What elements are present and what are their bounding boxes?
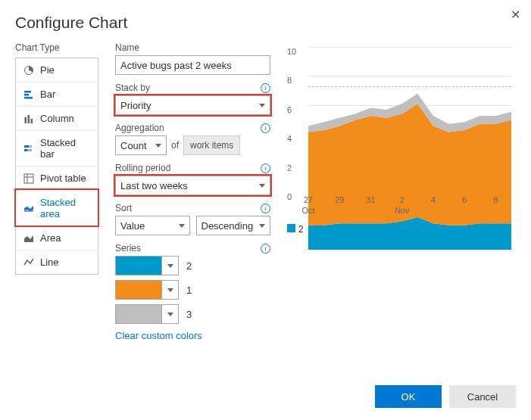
sort-dir-select[interactable]: Descending [196,216,271,235]
chart-type-area[interactable]: Area [16,226,98,250]
x-tick: 8 [493,195,498,204]
chart-type-label-text: Bar [40,89,55,100]
rolling-label: Rolling period [115,163,170,173]
chart-type-label-text: Pie [40,64,55,76]
series-label-text: 1 [186,285,192,296]
clear-custom-colors-link[interactable]: Clear custom colors [115,330,202,341]
stack-by-label: Stack by [115,82,150,93]
svg-rect-2 [24,94,29,96]
svg-rect-9 [24,149,27,151]
y-tick: 6 [287,105,292,114]
info-icon[interactable]: i [261,244,270,254]
series-label-text: 2 [186,260,192,272]
stack-by-value: Priority [120,100,151,111]
pie-icon [23,65,34,76]
info-icon[interactable]: i [261,204,270,213]
svg-rect-1 [24,91,31,93]
color-swatch [116,257,161,275]
chart-type-pivot-table[interactable]: Pivot table [16,166,98,190]
chevron-down-icon [259,104,265,107]
rolling-value: Last two weeks [120,180,188,191]
aggregation-value: Count [120,140,147,151]
chevron-down-icon [155,144,161,148]
svg-rect-5 [28,115,30,123]
y-tick: 2 [287,163,292,173]
sort-field-select[interactable]: Value [115,216,190,235]
chart-type-pie[interactable]: Pie [16,58,98,82]
stacked-area-plot [308,47,511,250]
legend-swatch [287,224,295,232]
aggregation-select[interactable]: Count [115,135,167,155]
chevron-down-icon [259,224,265,228]
x-tick: 4 [431,195,436,204]
info-icon[interactable]: i [261,163,270,173]
series-row: 1 [115,280,270,300]
chart-type-bar[interactable]: Bar [16,82,98,106]
x-tick: 31 [366,195,375,204]
aggregation-field: work items [183,135,240,155]
svg-rect-4 [25,117,27,123]
chart-type-stacked-area[interactable]: Stacked area [16,190,98,226]
color-swatch [116,305,161,323]
line-icon [23,257,34,268]
svg-rect-7 [24,145,29,148]
close-icon[interactable]: ✕ [511,8,520,22]
svg-rect-11 [24,174,33,183]
name-label: Name [115,42,139,53]
chart-type-label-text: Area [40,232,61,244]
area-icon [23,233,34,244]
svg-rect-6 [31,119,33,123]
x-sublabel: Oct [301,206,314,215]
info-icon[interactable]: i [261,123,270,133]
cancel-button[interactable]: Cancel [449,385,516,408]
series-label: Series [115,243,141,254]
rolling-period-select[interactable]: Last two weeks [115,176,270,195]
aggregation-label: Aggregation [115,123,164,133]
y-tick: 4 [287,134,292,143]
stacked-bar-icon [23,143,34,154]
y-tick: 10 [287,47,296,56]
series-row: 2 [115,256,270,275]
y-tick: 0 [287,192,292,201]
chart-type-line[interactable]: Line [16,250,98,274]
chart-type-column[interactable]: Column [16,106,98,130]
chart-type-stacked-bar[interactable]: Stacked bar [16,130,98,166]
series-row: 3 [115,304,270,324]
chart-type-label-text: Stacked bar [40,137,90,160]
chevron-down-icon [259,184,265,188]
color-swatch [116,281,161,299]
series-color-select[interactable] [115,256,179,275]
chart-type-label-text: Pivot table [40,173,86,184]
x-sublabel: Nov [395,206,410,215]
chart-type-label-text: Stacked area [40,197,90,219]
sort-field-value: Value [120,220,145,232]
pivot-table-icon [23,173,34,184]
bar-icon [23,89,34,100]
dialog-title: Configure Chart [15,14,516,32]
series-label-text: 3 [186,309,192,320]
x-tick: 6 [462,195,467,204]
chevron-down-icon [167,313,173,316]
ok-button[interactable]: OK [375,385,442,408]
stacked-area-icon [23,203,34,213]
chart-type-list: Pie Bar Column Stacked bar Pivot table S… [15,58,98,275]
info-icon[interactable]: i [261,83,270,93]
chart-type-label: Chart Type [15,42,98,53]
y-tick: 8 [287,76,292,85]
sort-dir-value: Descending [201,220,254,232]
series-color-select[interactable] [115,280,179,300]
chart-type-label-text: Line [40,257,59,268]
svg-rect-8 [29,145,32,148]
legend-item: 2 [287,224,304,235]
sort-label: Sort [115,203,132,213]
name-input[interactable] [115,55,270,75]
column-icon [23,114,34,124]
x-tick: 2 [400,195,404,204]
series-color-select[interactable] [115,304,179,324]
svg-rect-3 [24,97,33,99]
x-tick: 29 [335,195,344,204]
chevron-down-icon [167,264,173,268]
stack-by-select[interactable]: Priority [115,95,270,115]
chart-type-label-text: Column [40,113,74,124]
svg-rect-10 [27,149,32,151]
